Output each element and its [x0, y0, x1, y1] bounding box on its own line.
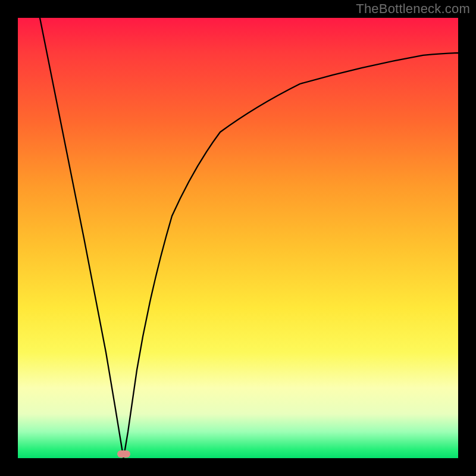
- plot-area: [18, 18, 458, 458]
- watermark-text: TheBottleneck.com: [356, 1, 470, 17]
- left-branch-line: [40, 18, 124, 458]
- chart-frame: TheBottleneck.com: [0, 0, 476, 476]
- right-branch-line: [124, 53, 458, 458]
- vertex-marker: [117, 450, 130, 458]
- curve-svg: [18, 18, 458, 458]
